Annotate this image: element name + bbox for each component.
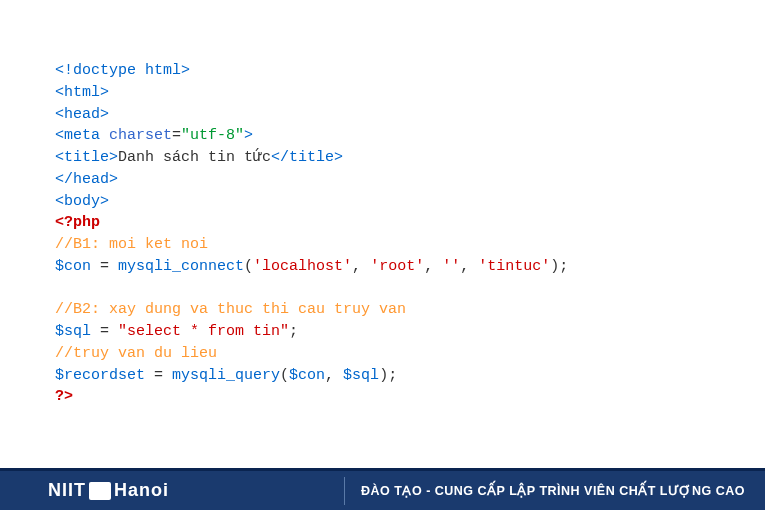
var-sql-2: $sql [343, 367, 379, 384]
logo: NIIT Hanoi [48, 480, 169, 501]
str-empty: '' [442, 258, 460, 275]
logo-text-left: NIIT [48, 480, 86, 501]
title-close: </title> [271, 149, 343, 166]
footer-right: ĐÀO TẠO - CUNG CẤP LẬP TRÌNH VIÊN CHẤT L… [344, 477, 745, 505]
head-close-tag: </head> [55, 171, 118, 188]
logo-icon [89, 482, 111, 500]
assign-3: = [145, 367, 172, 384]
str-select: "select * from tin" [118, 323, 289, 340]
comma-1: , [352, 258, 370, 275]
php-close-tag: ?> [55, 388, 73, 405]
html-open-tag: <html> [55, 84, 109, 101]
meta-value: "utf-8" [181, 127, 244, 144]
footer-divider [344, 477, 345, 505]
meta-attr: charset [109, 127, 172, 144]
comment-b1: //B1: moi ket noi [55, 236, 208, 253]
paren-open-1: ( [244, 258, 253, 275]
comment-truyvan: //truy van du lieu [55, 345, 217, 362]
str-tintuc: 'tintuc' [478, 258, 550, 275]
assign-1: = [91, 258, 118, 275]
footer-tagline: ĐÀO TẠO - CUNG CẤP LẬP TRÌNH VIÊN CHẤT L… [361, 483, 745, 498]
var-sql: $sql [55, 323, 91, 340]
semi-1: ; [289, 323, 298, 340]
comma-3: , [460, 258, 478, 275]
title-open: <title> [55, 149, 118, 166]
var-recordset: $recordset [55, 367, 145, 384]
paren-open-2: ( [280, 367, 289, 384]
comment-b2: //B2: xay dung va thuc thi cau truy van [55, 301, 406, 318]
php-open-tag: <?php [55, 214, 100, 231]
str-localhost: 'localhost' [253, 258, 352, 275]
meta-eq: = [172, 127, 181, 144]
title-text: Danh sách tin tức [118, 149, 271, 166]
meta-tag-open: <meta [55, 127, 109, 144]
var-con-2: $con [289, 367, 325, 384]
paren-close-1: ); [550, 258, 568, 275]
comma-4: , [325, 367, 343, 384]
var-con: $con [55, 258, 91, 275]
head-open-tag: <head> [55, 106, 109, 123]
footer-bar: NIIT Hanoi ĐÀO TẠO - CUNG CẤP LẬP TRÌNH … [0, 468, 765, 510]
meta-close: > [244, 127, 253, 144]
body-open-tag: <body> [55, 193, 109, 210]
code-block: <!doctype html> <html> <head> <meta char… [0, 0, 765, 408]
paren-close-2: ); [379, 367, 397, 384]
doctype-tag: <!doctype html> [55, 62, 190, 79]
logo-text-right: Hanoi [114, 480, 169, 501]
comma-2: , [424, 258, 442, 275]
str-root: 'root' [370, 258, 424, 275]
func-connect: mysqli_connect [118, 258, 244, 275]
func-query: mysqli_query [172, 367, 280, 384]
assign-2: = [91, 323, 118, 340]
